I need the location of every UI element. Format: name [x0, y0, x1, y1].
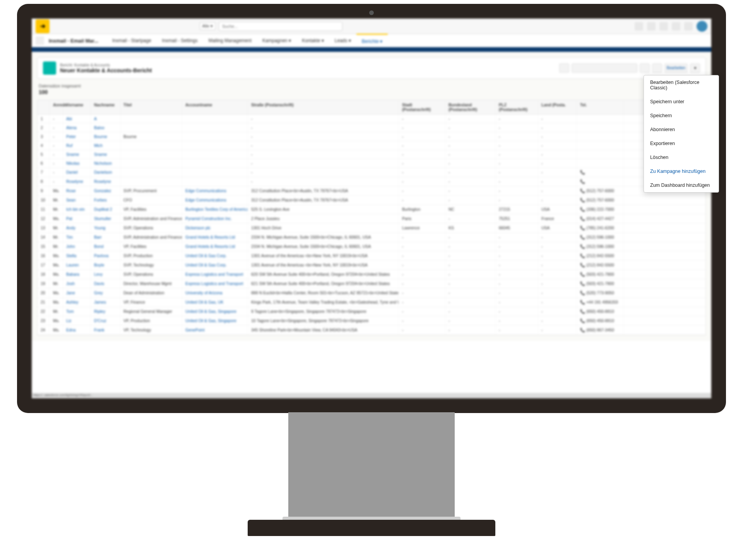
table-cell[interactable]: Mich: [91, 141, 120, 150]
nav-item[interactable]: Inxmail - Startpage: [107, 34, 157, 48]
table-cell[interactable]: A: [91, 114, 120, 123]
table-cell[interactable]: United Oil & Gas, Singapore: [182, 307, 248, 316]
column-header[interactable]: Straße (Postanschrift): [248, 100, 399, 114]
table-cell[interactable]: Daniel: [63, 168, 91, 177]
app-launcher-icon[interactable]: [36, 36, 44, 45]
dropdown-item[interactable]: Zum Dashboard hinzufügen: [644, 178, 719, 192]
filter-icon[interactable]: [640, 63, 650, 73]
table-cell[interactable]: [182, 123, 248, 132]
column-header[interactable]: Titel: [120, 100, 182, 114]
setup-icon[interactable]: [672, 22, 680, 31]
table-cell[interactable]: Jane: [63, 289, 91, 297]
table-cell[interactable]: Young: [91, 224, 120, 232]
table-cell[interactable]: Edge Communications: [182, 186, 248, 195]
table-cell[interactable]: Pyramid Construction Inc.: [182, 214, 248, 223]
dropdown-item[interactable]: Exportieren: [644, 137, 719, 150]
global-search-input[interactable]: [219, 22, 342, 31]
table-cell[interactable]: Sname: [63, 150, 91, 159]
more-actions-button[interactable]: ▾: [690, 63, 700, 73]
table-cell[interactable]: Nikolas: [63, 159, 91, 167]
table-cell[interactable]: Tim: [63, 233, 91, 242]
search-scope[interactable]: Alle ▾: [200, 22, 216, 30]
table-cell[interactable]: Levy: [91, 270, 120, 279]
table-cell[interactable]: Stumuller: [91, 214, 120, 223]
nav-item[interactable]: Inxmail - Settings: [157, 34, 203, 48]
table-cell[interactable]: University of Arizona: [182, 289, 248, 297]
table-cell[interactable]: Forbes: [91, 196, 120, 205]
table-cell[interactable]: [182, 177, 248, 186]
table-cell[interactable]: Davis: [91, 279, 120, 288]
search-results-input[interactable]: [572, 63, 637, 73]
table-cell[interactable]: [182, 132, 248, 141]
table-cell[interactable]: Dickenson plc: [182, 224, 248, 232]
table-cell[interactable]: Burlington Textiles Corp of America: [182, 205, 248, 214]
dropdown-item[interactable]: Zu Kampagne hinzufügen: [644, 164, 719, 178]
column-header[interactable]: Accountname: [182, 100, 248, 114]
table-cell[interactable]: Ich bin ein: [63, 205, 91, 214]
column-header[interactable]: Anrede: [50, 100, 63, 114]
help-icon[interactable]: [659, 22, 668, 31]
table-cell[interactable]: Express Logistics and Transport: [182, 279, 248, 288]
table-cell[interactable]: Rose: [63, 186, 91, 195]
app-logo[interactable]: ➔: [36, 19, 50, 33]
table-cell[interactable]: United Oil & Gas Corp.: [182, 261, 248, 270]
nav-item[interactable]: Kampagnen ▾: [257, 34, 296, 48]
column-header[interactable]: PLZ (Postanschrift): [496, 100, 538, 114]
nav-item[interactable]: Leads ▾: [329, 34, 356, 48]
table-cell[interactable]: Edna: [63, 326, 91, 335]
grid-icon[interactable]: [647, 22, 656, 31]
column-header[interactable]: Vorname: [63, 100, 91, 114]
table-cell[interactable]: Peter: [63, 132, 91, 141]
table-cell[interactable]: [182, 114, 248, 123]
table-cell[interactable]: United Oil & Gas, Singapore: [182, 316, 248, 325]
table-cell[interactable]: Abi: [63, 114, 91, 123]
table-cell[interactable]: United Oil & Gas, UK: [182, 298, 248, 307]
column-header[interactable]: Bundesland (Postanschrift): [445, 100, 496, 114]
table-cell[interactable]: Roselyne: [91, 177, 120, 186]
table-cell[interactable]: Nicholson: [91, 159, 120, 167]
table-cell[interactable]: Alena: [63, 123, 91, 132]
table-cell[interactable]: Barr: [91, 233, 120, 242]
nav-item[interactable]: Kontakte ▾: [296, 34, 329, 48]
dropdown-item[interactable]: Abonnieren: [644, 123, 719, 137]
table-cell[interactable]: James: [91, 298, 120, 307]
table-cell[interactable]: Grand Hotels & Resorts Ltd: [182, 233, 248, 242]
table-cell[interactable]: D'Cruz: [91, 316, 120, 325]
table-cell[interactable]: Pavlova: [91, 251, 120, 260]
table-cell[interactable]: [182, 159, 248, 167]
column-header[interactable]: Land (Posta.: [538, 100, 577, 114]
table-cell[interactable]: Liz: [63, 316, 91, 325]
table-cell[interactable]: Ruf: [63, 141, 91, 150]
table-cell[interactable]: Baloo: [91, 123, 120, 132]
table-cell[interactable]: Grand Hotels & Resorts Ltd: [182, 242, 248, 251]
column-header[interactable]: Nachname: [91, 100, 120, 114]
table-cell[interactable]: [182, 150, 248, 159]
table-cell[interactable]: Gonzalez: [91, 186, 120, 195]
dropdown-item[interactable]: Speichern: [644, 109, 719, 123]
dropdown-item[interactable]: Löschen: [644, 150, 719, 164]
table-cell[interactable]: Lauren: [63, 261, 91, 270]
table-cell[interactable]: GenePoint: [182, 326, 248, 335]
table-cell[interactable]: Duplikat 2: [91, 205, 120, 214]
table-cell[interactable]: John: [63, 242, 91, 251]
table-cell[interactable]: Ripley: [91, 307, 120, 316]
table-cell[interactable]: Roselyne: [63, 177, 91, 186]
table-cell[interactable]: Sean: [63, 196, 91, 205]
table-cell[interactable]: Grey: [91, 289, 120, 297]
table-cell[interactable]: Stella: [63, 251, 91, 260]
column-header[interactable]: Stadt (Postanschrift): [399, 100, 445, 114]
nav-item[interactable]: Berichte ▾: [356, 34, 388, 48]
table-cell[interactable]: Edge Communications: [182, 196, 248, 205]
nav-item[interactable]: Mailing Management: [203, 34, 257, 48]
table-cell[interactable]: Bourne: [91, 132, 120, 141]
table-cell[interactable]: Bond: [91, 242, 120, 251]
table-cell[interactable]: [182, 141, 248, 150]
edit-button[interactable]: Bearbeiten: [664, 63, 688, 73]
table-cell[interactable]: [182, 168, 248, 177]
table-cell[interactable]: Tom: [63, 307, 91, 316]
table-cell[interactable]: Andy: [63, 224, 91, 232]
user-avatar[interactable]: [697, 21, 707, 32]
column-header[interactable]: Tel.: [577, 100, 623, 114]
table-cell[interactable]: Danielson: [91, 168, 120, 177]
table-cell[interactable]: United Oil & Gas Corp.: [182, 251, 248, 260]
